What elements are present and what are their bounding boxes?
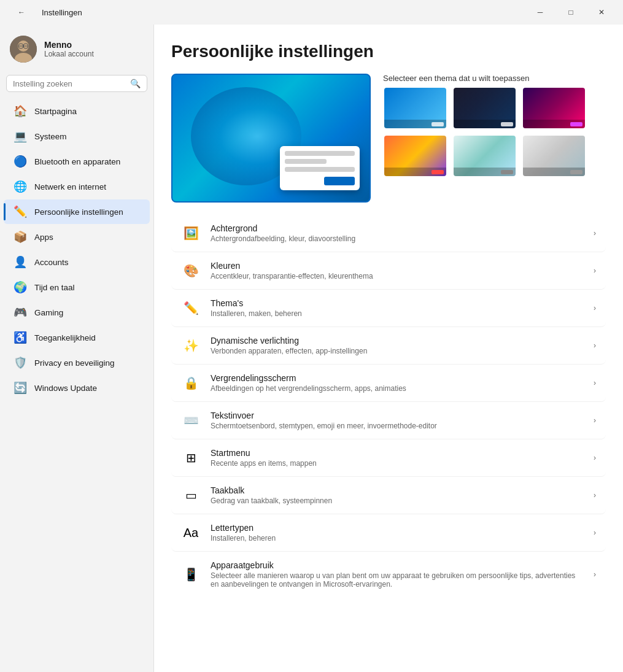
theme-thumb-2[interactable] xyxy=(452,87,517,129)
settings-item-tekstinvoer[interactable]: ⌨️ Tekstinvoer Schermtoetsenbord, stemty… xyxy=(171,402,606,439)
sidebar-item-apps[interactable]: 📦 Apps xyxy=(4,225,150,249)
sidebar-item-accessibility[interactable]: ♿ Toegankelijkheid xyxy=(4,325,150,350)
search-input[interactable] xyxy=(13,79,125,88)
vergrendeling-chevron: › xyxy=(594,379,596,387)
settings-item-apparaatgebruik[interactable]: 📱 Apparaatgebruik Selecteer alle maniere… xyxy=(171,552,606,597)
sidebar-item-bluetooth[interactable]: 🔵 Bluetooth en apparaten xyxy=(4,149,150,174)
dialog-line-1 xyxy=(285,151,355,156)
sidebar-item-system[interactable]: 💻 Systeem xyxy=(4,124,150,149)
lettertypen-desc: Installeren, beheren xyxy=(211,534,584,543)
themas-desc: Installeren, maken, beheren xyxy=(211,309,584,318)
sidebar-item-label-accessibility: Toegankelijkheid xyxy=(34,333,96,342)
sidebar-item-label-personalization: Persoonlijke instellingen xyxy=(34,207,123,217)
achtergrond-title: Achtergrond xyxy=(211,223,584,233)
system-icon: 💻 xyxy=(14,129,27,143)
achtergrond-icon: 🖼️ xyxy=(181,223,201,243)
close-button[interactable]: ✕ xyxy=(587,3,616,21)
title-bar-controls: ─ □ ✕ xyxy=(526,3,616,21)
sidebar-item-windowsupdate[interactable]: 🔄 Windows Update xyxy=(4,376,150,400)
time-icon: 🌍 xyxy=(14,280,27,294)
sidebar-item-label-privacy: Privacy en beveiliging xyxy=(34,358,115,368)
sidebar-item-label-time: Tijd en taal xyxy=(34,283,75,292)
settings-item-taakbalk[interactable]: ▭ Taakbalk Gedrag van taakbalk, systeemp… xyxy=(171,477,606,514)
achtergrond-desc: Achtergrondafbeelding, kleur, diavoorste… xyxy=(211,234,584,243)
settings-list: 🖼️ Achtergrond Achtergrondafbeelding, kl… xyxy=(171,215,606,597)
home-icon: 🏠 xyxy=(14,104,27,118)
startmenu-text: Startmenu Recente apps en items, mappen xyxy=(211,448,584,468)
sidebar-item-label-home: Startpagina xyxy=(34,107,77,116)
dynamisch-desc: Verbonden apparaten, effecten, app-inste… xyxy=(211,347,584,355)
title-bar-left: ← Instellingen xyxy=(7,3,82,21)
title-bar-title: Instellingen xyxy=(42,8,82,17)
lettertypen-text: Lettertypen Installeren, beheren xyxy=(211,523,584,543)
themas-title: Thema's xyxy=(211,298,584,308)
search-icon: 🔍 xyxy=(130,79,141,88)
apparaatgebruik-desc: Selecteer alle manieren waarop u van pla… xyxy=(211,571,584,589)
settings-item-achtergrond[interactable]: 🖼️ Achtergrond Achtergrondafbeelding, kl… xyxy=(171,215,606,252)
theme-thumb-1[interactable] xyxy=(383,87,447,129)
current-theme-preview[interactable] xyxy=(171,74,371,203)
apparaatgebruik-title: Apparaatgebruik xyxy=(211,560,584,570)
user-profile[interactable]: Menno Lokaal account xyxy=(0,29,153,72)
theme-thumb-6[interactable] xyxy=(522,134,586,177)
settings-item-kleuren[interactable]: 🎨 Kleuren Accentkleur, transparantie-eff… xyxy=(171,252,606,290)
windowsupdate-icon: 🔄 xyxy=(14,381,27,395)
sidebar-item-privacy[interactable]: 🛡️ Privacy en beveiliging xyxy=(4,350,150,375)
achtergrond-text: Achtergrond Achtergrondafbeelding, kleur… xyxy=(211,223,584,243)
taakbalk-icon: ▭ xyxy=(181,485,201,505)
theme-thumb-5[interactable] xyxy=(452,134,517,177)
themes-grid-wrap: Selecteer een thema dat u wilt toepassen xyxy=(383,74,586,177)
kleuren-title: Kleuren xyxy=(211,261,584,271)
vergrendeling-title: Vergrendelingsscherm xyxy=(211,373,584,383)
dynamisch-icon: ✨ xyxy=(181,336,201,355)
vergrendeling-desc: Afbeeldingen op het vergrendelingsscherm… xyxy=(211,384,584,393)
dialog-button xyxy=(324,177,355,185)
sidebar-item-personalization[interactable]: ✏️ Persoonlijke instellingen xyxy=(4,199,150,224)
theme-thumb-3[interactable] xyxy=(522,87,586,129)
settings-item-lettertypen[interactable]: Aa Lettertypen Installeren, beheren › xyxy=(171,514,606,552)
startmenu-chevron: › xyxy=(594,454,596,462)
kleuren-chevron: › xyxy=(594,266,596,275)
apparaatgebruik-text: Apparaatgebruik Selecteer alle manieren … xyxy=(211,560,584,589)
vergrendeling-icon: 🔒 xyxy=(181,373,201,393)
themes-grid xyxy=(383,87,586,177)
sidebar-item-label-bluetooth: Bluetooth en apparaten xyxy=(34,157,120,166)
apps-icon: 📦 xyxy=(14,230,27,244)
back-button[interactable]: ← xyxy=(7,3,36,21)
sidebar-item-label-gaming: Gaming xyxy=(34,308,63,317)
dynamisch-chevron: › xyxy=(594,341,596,350)
settings-item-startmenu[interactable]: ⊞ Startmenu Recente apps en items, mappe… xyxy=(171,439,606,477)
themas-icon: ✏️ xyxy=(181,298,201,318)
minimize-button[interactable]: ─ xyxy=(526,3,554,21)
sidebar-item-accounts[interactable]: 👤 Accounts xyxy=(4,250,150,274)
taakbalk-text: Taakbalk Gedrag van taakbalk, systeempin… xyxy=(211,485,584,505)
kleuren-text: Kleuren Accentkleur, transparantie-effec… xyxy=(211,261,584,280)
tekstinvoer-icon: ⌨️ xyxy=(181,411,201,430)
sidebar-item-network[interactable]: 🌐 Netwerk en internet xyxy=(4,174,150,199)
accessibility-icon: ♿ xyxy=(14,331,27,344)
taakbalk-desc: Gedrag van taakbalk, systeempinnen xyxy=(211,496,584,505)
avatar xyxy=(10,36,37,63)
main-content: Persoonlijke instellingen Selecteer een … xyxy=(153,25,623,672)
search-box[interactable]: 🔍 xyxy=(6,75,147,92)
accounts-icon: 👤 xyxy=(14,255,27,269)
maximize-button[interactable]: □ xyxy=(557,3,585,21)
sidebar-item-home[interactable]: 🏠 Startpagina xyxy=(4,99,150,123)
bluetooth-icon: 🔵 xyxy=(14,155,27,168)
settings-item-themas[interactable]: ✏️ Thema's Installeren, maken, beheren › xyxy=(171,290,606,327)
theme-preview-dialog xyxy=(280,146,360,190)
user-name: Menno xyxy=(44,40,94,50)
tekstinvoer-title: Tekstinvoer xyxy=(211,411,584,420)
theme-thumb-4[interactable] xyxy=(383,134,447,177)
sidebar-item-gaming[interactable]: 🎮 Gaming xyxy=(4,300,150,325)
themes-label: Selecteer een thema dat u wilt toepassen xyxy=(383,74,586,83)
sidebar-item-label-system: Systeem xyxy=(34,132,67,141)
themas-text: Thema's Installeren, maken, beheren xyxy=(211,298,584,318)
themas-chevron: › xyxy=(594,304,596,312)
lettertypen-icon: Aa xyxy=(181,523,201,543)
dynamisch-title: Dynamische verlichting xyxy=(211,336,584,346)
achtergrond-chevron: › xyxy=(594,229,596,238)
settings-item-vergrendeling[interactable]: 🔒 Vergrendelingsscherm Afbeeldingen op h… xyxy=(171,365,606,402)
sidebar-item-time[interactable]: 🌍 Tijd en taal xyxy=(4,275,150,299)
settings-item-dynamisch[interactable]: ✨ Dynamische verlichting Verbonden appar… xyxy=(171,327,606,365)
